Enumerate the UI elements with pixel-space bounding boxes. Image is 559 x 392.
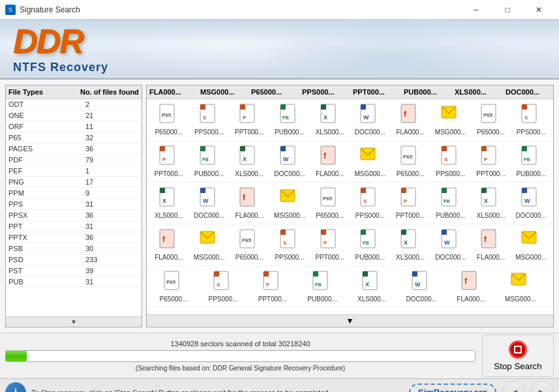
file-item[interactable]: MSG000...: [496, 269, 545, 305]
stop-search-button[interactable]: Stop Search: [482, 335, 554, 377]
file-item[interactable]: P65P65000...: [391, 143, 430, 179]
file-type-row[interactable]: ORF11: [6, 121, 142, 132]
svg-rect-15: [361, 104, 366, 110]
file-item[interactable]: PBPUB000...: [351, 227, 390, 263]
file-item[interactable]: MSG000...: [270, 185, 309, 221]
grid-header-item: P65000...: [251, 88, 299, 96]
file-type-row[interactable]: PST39: [6, 265, 142, 277]
file-item[interactable]: MSG000...: [351, 143, 390, 179]
file-item[interactable]: PPPT000...: [249, 269, 297, 305]
file-item[interactable]: SPPS000...: [431, 143, 470, 179]
file-item[interactable]: XXLS000...: [472, 185, 511, 221]
file-type-row[interactable]: PPTX36: [6, 232, 142, 243]
file-type-row[interactable]: PSD233: [6, 254, 142, 265]
file-item[interactable]: PPPT000...: [391, 185, 430, 221]
file-icon: PB: [198, 145, 221, 169]
file-item[interactable]: WDOC000...: [511, 185, 551, 221]
file-icon: [358, 145, 382, 169]
file-icon: P65: [318, 187, 342, 211]
file-item[interactable]: XXLS000...: [149, 185, 189, 221]
file-name-label: FLA000...: [392, 128, 429, 136]
grid-scroll-down[interactable]: ▼: [147, 314, 553, 327]
file-item[interactable]: SPPS000...: [270, 227, 309, 263]
file-item[interactable]: SPPS000...: [190, 102, 229, 138]
file-type-row[interactable]: ODT2: [6, 99, 142, 110]
file-type-row[interactable]: PAGES36: [6, 143, 142, 155]
file-item[interactable]: P65P65000...: [230, 227, 269, 263]
file-types-header: File Types No. of files found: [6, 85, 142, 99]
file-type-row[interactable]: PDF79: [6, 155, 142, 166]
file-type-name: PPM: [8, 189, 80, 197]
file-item[interactable]: WDOC000...: [397, 269, 446, 305]
file-type-name: PPS: [8, 200, 80, 208]
file-item[interactable]: fFLA000...: [391, 102, 430, 138]
file-item[interactable]: PPPT000...: [472, 143, 511, 179]
file-item[interactable]: PPPT000...: [230, 102, 269, 138]
file-item[interactable]: P65P65000...: [149, 102, 189, 138]
file-item[interactable]: WDOC000...: [270, 143, 309, 179]
grid-scroll-arrow[interactable]: ▼: [346, 316, 354, 325]
svg-text:P65: P65: [166, 279, 176, 285]
file-name-label: PPS000...: [271, 254, 308, 261]
maximize-button[interactable]: □: [492, 0, 522, 20]
file-item[interactable]: fFLA000...: [149, 227, 189, 263]
file-item[interactable]: XXLS000...: [230, 143, 269, 179]
file-item[interactable]: MSG000...: [190, 227, 229, 263]
file-item[interactable]: fFLA000...: [310, 143, 350, 179]
file-item[interactable]: P65P65000...: [310, 185, 350, 221]
grid-row: PPPT000...PBPUB000...XXLS000...WDOC000..…: [147, 141, 553, 183]
file-icon: S: [211, 271, 235, 294]
file-type-row[interactable]: PPM9: [6, 188, 142, 199]
progress-bar-fill: [6, 351, 27, 361]
file-type-row[interactable]: PUB31: [6, 277, 142, 288]
file-item[interactable]: fFLA000...: [230, 185, 269, 221]
file-type-row[interactable]: PSB30: [6, 243, 142, 254]
file-item[interactable]: fFLA000...: [472, 227, 511, 263]
file-item[interactable]: XXLS000...: [310, 102, 350, 138]
file-item[interactable]: fFLA000...: [447, 269, 495, 305]
file-item[interactable]: WDOC000...: [431, 227, 470, 263]
file-type-name: PPSX: [8, 211, 80, 219]
file-type-row[interactable]: ONE21: [6, 110, 142, 121]
svg-rect-90: [321, 230, 326, 235]
file-types-scroll[interactable]: ODT2ONE21ORF11P6532PAGES36PDF79PEF1PNG17…: [6, 99, 142, 316]
file-item[interactable]: XXLS000...: [348, 269, 396, 305]
back-button[interactable]: ◀: [502, 381, 525, 393]
file-item[interactable]: PBPUB000...: [511, 143, 551, 179]
scroll-down-arrow[interactable]: ▼: [70, 318, 77, 325]
file-name-label: MSG000...: [432, 128, 469, 136]
file-item[interactable]: XXLS000...: [391, 227, 430, 263]
file-item[interactable]: WDOC000...: [351, 102, 390, 138]
file-type-name: PNG: [8, 178, 80, 186]
file-item[interactable]: WDOC000...: [190, 185, 229, 221]
file-item[interactable]: P65P65000...: [149, 269, 198, 305]
forward-button[interactable]: ▶: [530, 381, 554, 393]
file-item[interactable]: PBPUB000...: [431, 185, 470, 221]
file-item[interactable]: PPPT000...: [310, 227, 350, 263]
svg-rect-3: [200, 104, 205, 110]
file-type-row[interactable]: PPSX36: [6, 210, 142, 221]
file-type-row[interactable]: PPT31: [6, 221, 142, 232]
file-item[interactable]: PBPUB000...: [298, 269, 346, 305]
file-icon: P: [157, 145, 181, 169]
file-item[interactable]: MSG000...: [431, 102, 470, 138]
file-item[interactable]: SPPS000...: [199, 269, 247, 305]
scroll-down-btn[interactable]: ▼: [6, 316, 142, 327]
file-name-label: PPT000...: [312, 254, 348, 261]
file-item[interactable]: PBPUB000...: [190, 143, 229, 179]
file-type-row[interactable]: PNG17: [6, 177, 142, 188]
file-item[interactable]: SPPS000...: [511, 102, 551, 138]
file-type-row[interactable]: PEF1: [6, 166, 142, 177]
minimize-button[interactable]: –: [461, 0, 491, 20]
svg-rect-87: [280, 230, 286, 235]
file-item[interactable]: MSG000...: [511, 227, 551, 263]
file-item[interactable]: PBPUB000...: [270, 102, 309, 138]
file-type-count: 31: [80, 222, 139, 230]
file-item[interactable]: PPPT000...: [149, 143, 189, 179]
file-item[interactable]: P65P65000...: [472, 102, 511, 138]
svg-text:S: S: [203, 115, 207, 121]
file-item[interactable]: SPPS000...: [351, 185, 390, 221]
close-button[interactable]: ✕: [524, 0, 554, 20]
file-type-row[interactable]: P6532: [6, 132, 142, 143]
file-type-row[interactable]: PPS31: [6, 199, 142, 210]
